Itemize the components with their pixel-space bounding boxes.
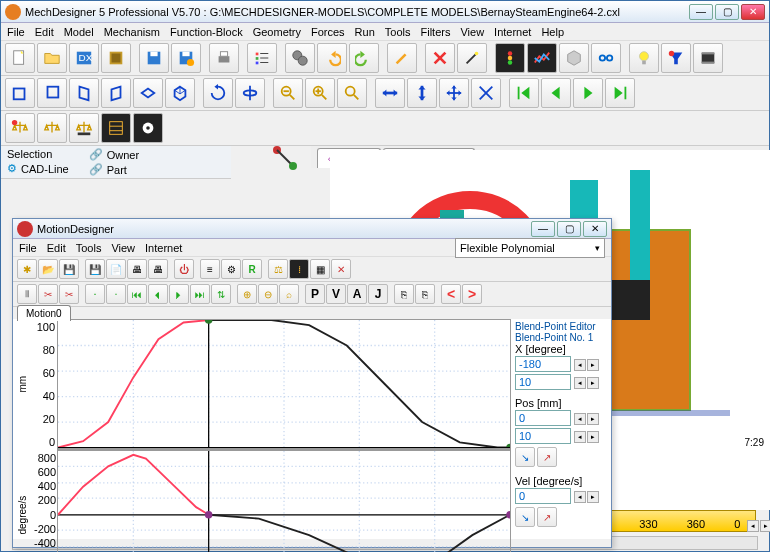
- mt-new-icon[interactable]: ✱: [17, 259, 37, 279]
- mt-doc-icon[interactable]: 📄: [106, 259, 126, 279]
- view-top-icon[interactable]: [133, 78, 163, 108]
- motion-maximize-button[interactable]: ▢: [557, 221, 581, 237]
- mt-print-icon[interactable]: 🖶: [127, 259, 147, 279]
- menu-edit[interactable]: Edit: [35, 26, 54, 38]
- mt-node1-icon[interactable]: ⬝: [85, 284, 105, 304]
- motion-menu-tools[interactable]: Tools: [76, 242, 102, 254]
- vel-up[interactable]: ◂: [574, 491, 586, 503]
- menu-run[interactable]: Run: [355, 26, 375, 38]
- x-input[interactable]: -180: [515, 356, 571, 372]
- wand-icon[interactable]: [457, 43, 487, 73]
- view-right-icon[interactable]: [101, 78, 131, 108]
- ruler-prev-button[interactable]: ◂: [747, 520, 759, 532]
- mt-saveas-icon[interactable]: 💾: [85, 259, 105, 279]
- mt-balance-icon[interactable]: ⚖: [268, 259, 288, 279]
- mt-zoomin-icon[interactable]: ⊕: [237, 284, 257, 304]
- vel-input[interactable]: 0: [515, 488, 571, 504]
- pan-vertical-icon[interactable]: [407, 78, 437, 108]
- mt-exp2-icon[interactable]: ⎘: [415, 284, 435, 304]
- undo-icon[interactable]: [317, 43, 347, 73]
- menu-filters[interactable]: Filters: [420, 26, 450, 38]
- pos-input[interactable]: 0: [515, 410, 571, 426]
- delete-icon[interactable]: [425, 43, 455, 73]
- last-icon[interactable]: [605, 78, 635, 108]
- rotate-icon[interactable]: [203, 78, 233, 108]
- traffic-light-icon[interactable]: [495, 43, 525, 73]
- motion-menu-edit[interactable]: Edit: [47, 242, 66, 254]
- next-icon[interactable]: [573, 78, 603, 108]
- ruler-next-button[interactable]: ▸: [760, 520, 770, 532]
- menu-model[interactable]: Model: [64, 26, 94, 38]
- menu-tools[interactable]: Tools: [385, 26, 411, 38]
- mt-lt-button[interactable]: <: [441, 284, 461, 304]
- position-chart[interactable]: [58, 320, 510, 449]
- mt-exp1-icon[interactable]: ⎘: [394, 284, 414, 304]
- spin-icon[interactable]: [235, 78, 265, 108]
- close-button[interactable]: ✕: [741, 4, 765, 20]
- motion-menu-internet[interactable]: Internet: [145, 242, 182, 254]
- connector-icon[interactable]: [271, 144, 301, 174]
- menu-help[interactable]: Help: [541, 26, 564, 38]
- mt-cut1-icon[interactable]: ✂: [38, 284, 58, 304]
- movie-icon[interactable]: [693, 43, 723, 73]
- motion-menu-file[interactable]: File: [19, 242, 37, 254]
- save-as-icon[interactable]: [171, 43, 201, 73]
- mt-gt-button[interactable]: >: [462, 284, 482, 304]
- save-icon[interactable]: [139, 43, 169, 73]
- view-left-icon[interactable]: [69, 78, 99, 108]
- mt-p-button[interactable]: P: [305, 284, 325, 304]
- mt-settings-icon[interactable]: ⚙: [221, 259, 241, 279]
- pan-horizontal-icon[interactable]: [375, 78, 405, 108]
- zoom-fit-icon[interactable]: [337, 78, 367, 108]
- chart-icon[interactable]: [527, 43, 557, 73]
- force-disc-icon[interactable]: [133, 113, 163, 143]
- filter-icon[interactable]: [661, 43, 691, 73]
- mt-j-button[interactable]: J: [368, 284, 388, 304]
- first-icon[interactable]: [509, 78, 539, 108]
- mt-a-button[interactable]: A: [347, 284, 367, 304]
- menu-file[interactable]: File: [7, 26, 25, 38]
- pos2-dn[interactable]: ▸: [587, 431, 599, 443]
- vel-match-end-icon[interactable]: ↗: [537, 507, 557, 527]
- mt-list-icon[interactable]: ≡: [200, 259, 220, 279]
- mt-first-icon[interactable]: ⏮: [127, 284, 147, 304]
- link-icon[interactable]: [591, 43, 621, 73]
- mt-traffic-icon[interactable]: ⁞: [289, 259, 309, 279]
- mt-v-button[interactable]: V: [326, 284, 346, 304]
- prev-icon[interactable]: [541, 78, 571, 108]
- view-iso-icon[interactable]: [165, 78, 195, 108]
- segment-type-select[interactable]: Flexible Polynomial: [455, 238, 605, 258]
- balance-1-icon[interactable]: [37, 113, 67, 143]
- motion-menu-view[interactable]: View: [111, 242, 135, 254]
- pan-all-icon[interactable]: [439, 78, 469, 108]
- pos-dn[interactable]: ▸: [587, 413, 599, 425]
- library-icon[interactable]: [101, 43, 131, 73]
- mt-save-icon[interactable]: 💾: [59, 259, 79, 279]
- motion-close-button[interactable]: ✕: [583, 221, 607, 237]
- mt-open-icon[interactable]: 📂: [38, 259, 58, 279]
- import-dxf-icon[interactable]: DXF: [69, 43, 99, 73]
- x2-dn[interactable]: ▸: [587, 377, 599, 389]
- maximize-button[interactable]: ▢: [715, 4, 739, 20]
- list-icon[interactable]: [247, 43, 277, 73]
- menu-forces[interactable]: Forces: [311, 26, 345, 38]
- x-step-input[interactable]: 10: [515, 374, 571, 390]
- menu-mechanism[interactable]: Mechanism: [104, 26, 160, 38]
- mt-stop-icon[interactable]: ⏻: [174, 259, 194, 279]
- balance-2-icon[interactable]: [69, 113, 99, 143]
- menu-function-block[interactable]: Function-Block: [170, 26, 243, 38]
- menu-view[interactable]: View: [460, 26, 484, 38]
- motion-minimize-button[interactable]: —: [531, 221, 555, 237]
- balance-delete-icon[interactable]: [5, 113, 35, 143]
- vel-match-start-icon[interactable]: ↘: [515, 507, 535, 527]
- mt-node2-icon[interactable]: ⬞: [106, 284, 126, 304]
- force-table-icon[interactable]: [101, 113, 131, 143]
- velocity-chart[interactable]: [58, 451, 510, 552]
- x-dn[interactable]: ▸: [587, 359, 599, 371]
- open-icon[interactable]: [37, 43, 67, 73]
- pan-lock-icon[interactable]: [471, 78, 501, 108]
- mt-cut2-icon[interactable]: ✂: [59, 284, 79, 304]
- mt-zoomout-icon[interactable]: ⊖: [258, 284, 278, 304]
- edit-icon[interactable]: [387, 43, 417, 73]
- zoom-out-icon[interactable]: [273, 78, 303, 108]
